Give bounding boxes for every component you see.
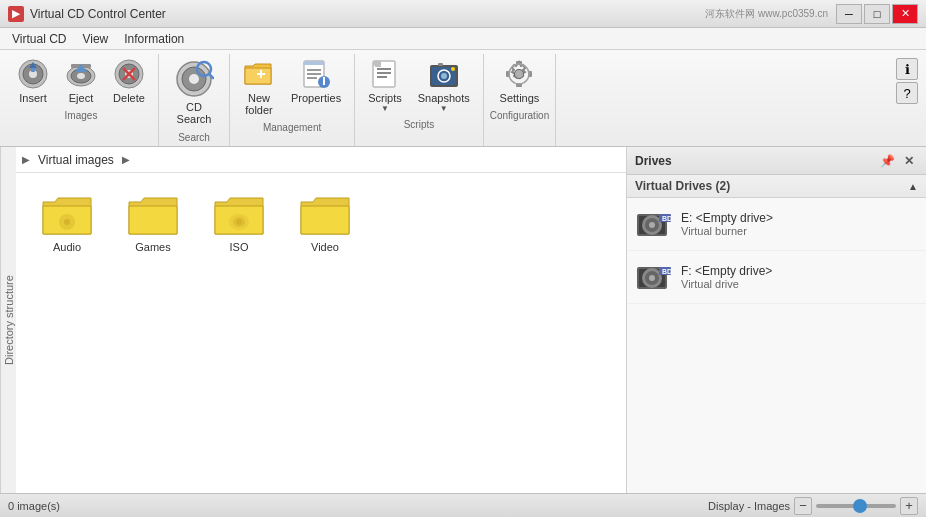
ribbon: Insert Eject [0, 50, 926, 147]
folder-video[interactable]: Video [290, 189, 360, 258]
directory-label: Directory structure [3, 275, 15, 365]
new-folder-button[interactable]: Newfolder [236, 54, 282, 120]
drives-close-button[interactable]: ✕ [900, 152, 918, 170]
delete-button[interactable]: Delete [106, 54, 152, 108]
image-count: 0 image(s) [8, 500, 60, 512]
insert-label: Insert [19, 92, 47, 104]
snapshots-icon [428, 58, 460, 90]
svg-point-41 [451, 67, 455, 71]
breadcrumb-separator: ▶ [122, 154, 130, 165]
minimize-button[interactable]: ─ [836, 4, 862, 24]
drive-f-type: Virtual drive [681, 278, 772, 290]
drives-section-label: Virtual Drives (2) [635, 179, 730, 193]
settings-button[interactable]: Settings [493, 54, 547, 108]
eject-button[interactable]: Eject [58, 54, 104, 108]
svg-rect-29 [323, 77, 325, 79]
scripts-arrow: ▼ [381, 104, 389, 113]
menu-virtual-cd[interactable]: Virtual CD [4, 30, 74, 48]
drives-section-arrow: ▲ [908, 181, 918, 192]
scripts-label: Scripts [368, 92, 402, 104]
drives-title: Drives [635, 154, 672, 168]
zoom-label: Display - Images [708, 500, 790, 512]
insert-icon [17, 58, 49, 90]
folder-iso-icon [213, 194, 265, 238]
folder-audio[interactable]: Audio [32, 189, 102, 258]
search-group-label: Search [178, 130, 210, 146]
ribbon-group-search: CDSearch Search [159, 54, 230, 146]
ribbon-group-management: Newfolder [230, 54, 355, 146]
svg-text:BD: BD [662, 215, 672, 222]
snapshots-label: Snapshots [418, 92, 470, 104]
zoom-plus-button[interactable]: + [900, 497, 918, 515]
app-icon: ▶ [8, 6, 24, 22]
svg-rect-24 [307, 69, 321, 71]
menu-bar: Virtual CD View Information [0, 28, 926, 50]
svg-rect-32 [377, 68, 391, 70]
directory-sidebar[interactable]: Directory structure [0, 147, 16, 493]
scripts-icon [369, 58, 401, 90]
zoom-minus-button[interactable]: − [794, 497, 812, 515]
insert-button[interactable]: Insert [10, 54, 56, 108]
configuration-group-label: Configuration [490, 108, 549, 124]
svg-point-7 [77, 73, 85, 79]
folder-video-icon [299, 194, 351, 238]
help-button-1[interactable]: ℹ [896, 58, 918, 80]
svg-point-66 [649, 275, 655, 281]
delete-label: Delete [113, 92, 145, 104]
folder-games[interactable]: Games [118, 189, 188, 258]
zoom-controls: Display - Images − + [708, 497, 918, 515]
drive-f-item[interactable]: BD F: <Empty drive> Virtual drive [627, 251, 926, 304]
drives-panel: Drives 📌 ✕ Virtual Drives (2) ▲ BD [626, 147, 926, 493]
breadcrumb-expand-arrow[interactable]: ▶ [22, 154, 30, 165]
svg-point-51 [64, 219, 70, 225]
properties-icon [300, 58, 332, 90]
menu-information[interactable]: Information [116, 30, 192, 48]
scripts-group-label: Scripts [404, 117, 435, 133]
svg-point-17 [189, 74, 199, 84]
cd-search-label: CDSearch [177, 101, 212, 125]
svg-rect-23 [304, 61, 324, 65]
cd-search-icon [174, 59, 214, 99]
help-button-2[interactable]: ? [896, 82, 918, 104]
snapshots-button[interactable]: Snapshots ▼ [411, 54, 477, 117]
snapshots-arrow: ▼ [440, 104, 448, 113]
zoom-slider[interactable] [816, 504, 896, 508]
drive-e-item[interactable]: BD E: <Empty drive> Virtual burner [627, 198, 926, 251]
drive-e-type: Virtual burner [681, 225, 773, 237]
file-grid: Audio Games [16, 173, 626, 493]
management-group-label: Management [263, 120, 321, 136]
zoom-slider-thumb[interactable] [853, 499, 867, 513]
new-folder-label: Newfolder [245, 92, 273, 116]
folder-games-label: Games [135, 241, 170, 253]
status-bar: 0 image(s) Display - Images − + [0, 493, 926, 517]
menu-view[interactable]: View [74, 30, 116, 48]
svg-point-54 [236, 219, 242, 225]
folder-audio-label: Audio [53, 241, 81, 253]
drives-panel-header: Drives 📌 ✕ [627, 147, 926, 175]
drive-f-icon: BD [637, 259, 673, 295]
drive-f-info: F: <Empty drive> Virtual drive [681, 264, 772, 290]
properties-button[interactable]: Properties [284, 54, 348, 108]
ribbon-group-configuration: Settings Configuration [484, 54, 556, 146]
svg-rect-25 [307, 73, 321, 75]
content-area: ▶ Virtual images ▶ Audio [16, 147, 626, 493]
window-controls: ─ □ ✕ [836, 4, 918, 24]
svg-rect-35 [375, 61, 381, 67]
close-button[interactable]: ✕ [892, 4, 918, 24]
svg-text:BD: BD [662, 268, 672, 275]
drive-f-name: F: <Empty drive> [681, 264, 772, 278]
svg-rect-21 [260, 70, 262, 78]
cd-search-button[interactable]: CDSearch [165, 54, 223, 130]
scripts-button[interactable]: Scripts ▼ [361, 54, 409, 117]
svg-point-39 [441, 73, 447, 79]
drives-pin-button[interactable]: 📌 [878, 152, 896, 170]
drives-section-header[interactable]: Virtual Drives (2) ▲ [627, 175, 926, 198]
watermark: 河东软件网 www.pc0359.cn [705, 7, 828, 21]
svg-point-59 [649, 222, 655, 228]
main-area: Directory structure ▶ Virtual images ▶ [0, 147, 926, 493]
breadcrumb-virtual-images[interactable]: Virtual images [34, 152, 118, 168]
folder-iso[interactable]: ISO [204, 189, 274, 258]
svg-point-49 [515, 70, 523, 78]
svg-rect-26 [307, 77, 317, 79]
maximize-button[interactable]: □ [864, 4, 890, 24]
